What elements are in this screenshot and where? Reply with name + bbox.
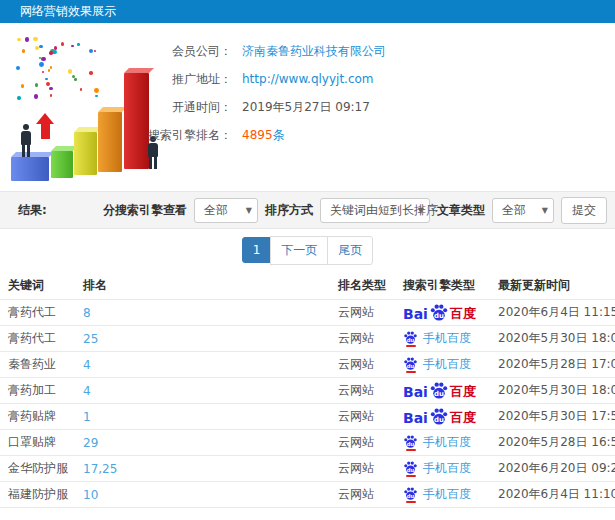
svg-text:du: du (434, 416, 444, 424)
filter-controls: 分搜索引擎查看 全部 ▼ 排序方式 关键词由短到长排序 ▼ 文章类型 全部 ▼ … (103, 197, 607, 224)
sort-select[interactable]: 关键词由短到长排序 ▼ (320, 198, 430, 223)
baidu-logo: Bai du 百度 (403, 304, 476, 321)
result-label: 结果: (18, 202, 47, 219)
last-page-button[interactable]: 尾页 (327, 236, 373, 265)
rank-type-cell: 云网站 (330, 382, 395, 399)
table-row: 口罩贴牌 29 云网站 (0, 430, 615, 456)
info-label: 推广地址： (0, 65, 232, 93)
mobile-baidu-logo: du 手机百度 (403, 460, 471, 477)
info-label: 开通时间： (0, 93, 232, 121)
keyword-cell: 膏药代工 (0, 330, 75, 347)
col-rank: 排名 (75, 277, 330, 294)
rank-type-cell: 云网站 (330, 486, 395, 503)
article-type-select[interactable]: 全部 ▼ (492, 198, 554, 223)
sort-label: 排序方式 (265, 202, 313, 219)
keyword-cell: 福建防护服 (0, 486, 75, 503)
engine-cell: du 手机百度 (395, 486, 490, 503)
updated-time: 2020年5月28日 16:55 (490, 434, 615, 451)
table-row: 金华防护服 17,25 云网站 (0, 456, 615, 482)
engine-view-select[interactable]: 全部 ▼ (194, 198, 258, 223)
info-row: 搜索引擎排名： 4895条 (0, 121, 615, 149)
rank-link[interactable]: 1 (75, 410, 330, 424)
rank-link[interactable]: 4 (75, 384, 330, 398)
chevron-down-icon: ▼ (542, 199, 548, 222)
mobile-baidu-logo: du 手机百度 (403, 486, 471, 503)
updated-time: 2020年6月20日 09:25 (490, 460, 615, 477)
chevron-down-icon: ▼ (418, 199, 424, 222)
keyword-cell: 金华防护服 (0, 460, 75, 477)
svg-text:du: du (407, 466, 415, 472)
filter-bar: 结果: 分搜索引擎查看 全部 ▼ 排序方式 关键词由短到长排序 ▼ 文章类型 全… (0, 191, 615, 229)
updated-time: 2020年5月30日 18:03 (490, 382, 615, 399)
rank-link[interactable]: 10 (75, 488, 330, 502)
info-value: 4895条 (242, 121, 285, 149)
bar-blue-cube (11, 157, 49, 181)
svg-text:du: du (434, 312, 444, 320)
keyword-cell: 膏药贴牌 (0, 408, 75, 425)
baidu-underline (406, 371, 416, 373)
engine-cell: Bai du 百度 (395, 408, 490, 425)
col-keyword: 关键词 (0, 277, 75, 294)
col-rank-type: 排名类型 (330, 277, 395, 294)
engine-view-label: 分搜索引擎查看 (103, 202, 187, 219)
submit-button[interactable]: 提交 (561, 197, 607, 224)
rank-type-cell: 云网站 (330, 434, 395, 451)
info-row: 推广地址： http://www.qlyyjt.com (0, 65, 615, 93)
mobile-baidu-logo: du 手机百度 (403, 434, 471, 451)
table-row: 福建防护服 10 云网站 (0, 482, 615, 508)
rank-link[interactable]: 17,25 (75, 462, 330, 476)
keyword-cell: 膏药加工 (0, 382, 75, 399)
baidu-paw-icon: du (429, 304, 449, 321)
rank-type-cell: 云网站 (330, 304, 395, 321)
mobile-baidu-logo: du 手机百度 (403, 330, 471, 347)
svg-text:du: du (407, 362, 415, 368)
rank-link[interactable]: 4 (75, 358, 330, 372)
rank-link[interactable]: 8 (75, 306, 330, 320)
svg-text:du: du (407, 440, 415, 446)
rank-type-cell: 云网站 (330, 330, 395, 347)
baidu-logo: Bai du 百度 (403, 408, 476, 425)
info-section: 会员公司： 济南秦鲁药业科技有限公司 推广地址： http://www.qlyy… (0, 23, 615, 191)
chevron-down-icon: ▼ (246, 199, 252, 222)
rank-type-cell: 云网站 (330, 408, 395, 425)
engine-cell: du 手机百度 (395, 434, 490, 451)
engine-cell: du 手机百度 (395, 356, 490, 373)
baidu-underline (406, 501, 416, 503)
keyword-cell: 秦鲁药业 (0, 356, 75, 373)
page-title: 网络营销效果展示 (20, 4, 116, 18)
bar-green (51, 151, 73, 178)
engine-cell: du 手机百度 (395, 460, 490, 477)
baidu-paw-icon: du (429, 382, 449, 399)
rank-link[interactable]: 25 (75, 332, 330, 346)
info-row: 开通时间： 2019年5月27日 09:17 (0, 93, 615, 121)
next-page-button[interactable]: 下一页 (270, 236, 328, 265)
pagination: 1 下一页 尾页 (0, 229, 615, 271)
table-row: 膏药贴牌 1 云网站 Bai du 百度 (0, 404, 615, 430)
updated-time: 2020年6月4日 11:15 (490, 304, 615, 321)
baidu-paw-icon: du (403, 357, 418, 370)
info-value[interactable]: http://www.qlyyjt.com (242, 65, 374, 93)
table-row: 膏药代工 8 云网站 Bai du 百度 (0, 300, 615, 326)
engine-cell: du 手机百度 (395, 330, 490, 347)
baidu-paw-icon: du (403, 487, 418, 500)
rank-type-cell: 云网站 (330, 356, 395, 373)
info-row: 会员公司： 济南秦鲁药业科技有限公司 (0, 37, 615, 65)
results-table: 关键词 排名 排名类型 搜索引擎类型 最新更新时间 膏药代工 8 云网站 Bai… (0, 271, 615, 508)
updated-time: 2020年6月4日 11:10 (490, 486, 615, 503)
member-info-list: 会员公司： 济南秦鲁药业科技有限公司 推广地址： http://www.qlyy… (0, 37, 615, 149)
engine-cell: Bai du 百度 (395, 382, 490, 399)
title-bar: 网络营销效果展示 (0, 0, 615, 23)
info-value[interactable]: 济南秦鲁药业科技有限公司 (242, 37, 386, 65)
rank-type-cell: 云网站 (330, 460, 395, 477)
page-1-button[interactable]: 1 (242, 237, 272, 263)
rank-link[interactable]: 29 (75, 436, 330, 450)
baidu-underline (406, 345, 416, 347)
keyword-cell: 口罩贴牌 (0, 434, 75, 451)
table-row: 膏药加工 4 云网站 Bai du 百度 (0, 378, 615, 404)
table-header-row: 关键词 排名 排名类型 搜索引擎类型 最新更新时间 (0, 271, 615, 300)
col-engine-type: 搜索引擎类型 (395, 277, 490, 294)
baidu-paw-icon: du (429, 408, 449, 425)
svg-text:du: du (434, 390, 444, 398)
info-label: 搜索引擎排名： (0, 121, 232, 149)
baidu-underline (406, 475, 416, 477)
